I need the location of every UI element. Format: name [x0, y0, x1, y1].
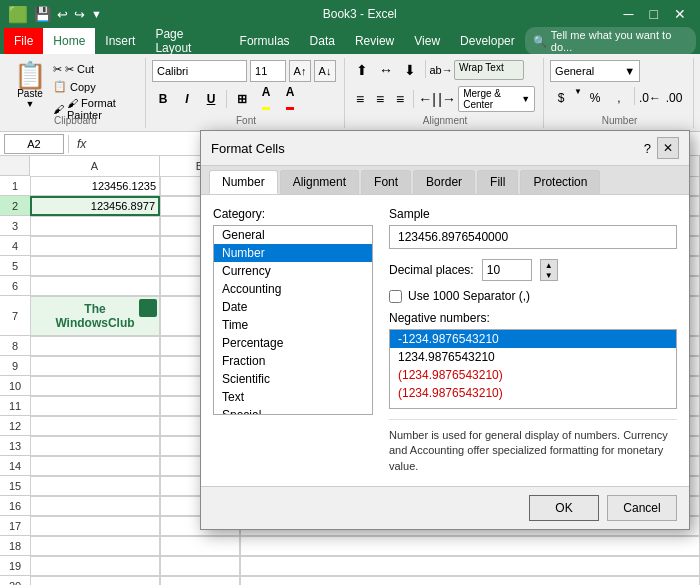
decrease-decimal-button[interactable]: .0← — [639, 87, 661, 109]
cell-a6[interactable] — [30, 276, 160, 296]
menu-data[interactable]: Data — [300, 28, 345, 54]
undo-icon[interactable]: ↩ — [57, 7, 68, 22]
neg-item-3[interactable]: (1234.9876543210) — [390, 384, 676, 402]
font-size-increase-button[interactable]: A↑ — [289, 60, 311, 82]
dollar-dropdown-icon[interactable]: ▼ — [574, 87, 582, 109]
row-header-14[interactable]: 14 — [0, 456, 30, 476]
font-size-decrease-button[interactable]: A↓ — [314, 60, 336, 82]
dialog-help-icon[interactable]: ? — [644, 141, 651, 156]
cat-general[interactable]: General — [214, 226, 372, 244]
ok-button[interactable]: OK — [529, 495, 599, 521]
cell-a18[interactable] — [30, 536, 160, 556]
cell-a15[interactable] — [30, 476, 160, 496]
row-header-5[interactable]: 5 — [0, 256, 30, 276]
customize-icon[interactable]: ▼ — [91, 8, 102, 20]
cat-scientific[interactable]: Scientific — [214, 370, 372, 388]
tab-font[interactable]: Font — [361, 170, 411, 194]
cell-a20[interactable] — [30, 576, 160, 585]
cat-time[interactable]: Time — [214, 316, 372, 334]
spin-up-button[interactable]: ▲ — [541, 260, 557, 270]
cell-a4[interactable] — [30, 236, 160, 256]
menu-page-layout[interactable]: Page Layout — [145, 28, 229, 54]
percent-button[interactable]: % — [584, 87, 606, 109]
cell-a12[interactable] — [30, 416, 160, 436]
cell-a10[interactable] — [30, 376, 160, 396]
cell-c18[interactable] — [240, 536, 700, 556]
borders-button[interactable]: ⊞ — [231, 88, 253, 110]
row-header-4[interactable]: 4 — [0, 236, 30, 256]
comma-button[interactable]: , — [608, 87, 630, 109]
row-header-13[interactable]: 13 — [0, 436, 30, 456]
decimal-spinner[interactable]: ▲ ▼ — [540, 259, 558, 281]
category-list[interactable]: General Number Currency Accounting Date … — [213, 225, 373, 415]
align-center-button[interactable]: ≡ — [371, 89, 389, 109]
cell-a2[interactable]: 123456.8977 — [30, 196, 160, 216]
cell-b19[interactable] — [160, 556, 240, 576]
merge-center-dropdown-icon[interactable]: ▼ — [521, 94, 530, 104]
redo-icon[interactable]: ↪ — [74, 7, 85, 22]
dollar-button[interactable]: $ — [550, 87, 572, 109]
row-header-8[interactable]: 8 — [0, 336, 30, 356]
neg-item-2[interactable]: (1234.9876543210) — [390, 366, 676, 384]
align-middle-button[interactable]: ↔ — [375, 60, 397, 80]
row-header-11[interactable]: 11 — [0, 396, 30, 416]
cell-reference-input[interactable] — [4, 134, 64, 154]
row-header-16[interactable]: 16 — [0, 496, 30, 516]
fill-color-button[interactable]: A — [255, 88, 277, 110]
negative-list[interactable]: -1234.9876543210 1234.9876543210 (1234.9… — [389, 329, 677, 409]
cat-number[interactable]: Number — [214, 244, 372, 262]
cat-accounting[interactable]: Accounting — [214, 280, 372, 298]
tab-protection[interactable]: Protection — [520, 170, 600, 194]
cat-percentage[interactable]: Percentage — [214, 334, 372, 352]
underline-button[interactable]: U — [200, 88, 222, 110]
cell-a1[interactable]: 123456.1235 — [30, 176, 160, 196]
save-icon[interactable]: 💾 — [34, 6, 51, 22]
menu-insert[interactable]: Insert — [95, 28, 145, 54]
tab-number[interactable]: Number — [209, 170, 278, 194]
cell-c20[interactable] — [240, 576, 700, 585]
row-header-6[interactable]: 6 — [0, 276, 30, 296]
merge-center-button[interactable]: Merge & Center ▼ — [458, 86, 535, 112]
tab-border[interactable]: Border — [413, 170, 475, 194]
cell-b20[interactable] — [160, 576, 240, 585]
menu-review[interactable]: Review — [345, 28, 404, 54]
menu-home[interactable]: Home — [43, 28, 95, 54]
menu-view[interactable]: View — [404, 28, 450, 54]
menu-file[interactable]: File — [4, 28, 43, 54]
cell-a3[interactable] — [30, 216, 160, 236]
cell-a16[interactable] — [30, 496, 160, 516]
number-format-dropdown[interactable]: General ▼ — [550, 60, 640, 82]
cat-date[interactable]: Date — [214, 298, 372, 316]
cat-text[interactable]: Text — [214, 388, 372, 406]
row-header-10[interactable]: 10 — [0, 376, 30, 396]
font-color-button[interactable]: A — [279, 88, 301, 110]
font-name-input[interactable] — [152, 60, 247, 82]
bold-button[interactable]: B — [152, 88, 174, 110]
cell-a9[interactable] — [30, 356, 160, 376]
tab-fill[interactable]: Fill — [477, 170, 518, 194]
row-header-1[interactable]: 1 — [0, 176, 30, 196]
paste-dropdown-icon[interactable]: ▼ — [26, 99, 35, 109]
row-header-18[interactable]: 18 — [0, 536, 30, 556]
decrease-indent-button[interactable]: ←| — [418, 89, 436, 109]
row-header-20[interactable]: 20 — [0, 576, 30, 585]
align-bottom-button[interactable]: ⬇ — [399, 60, 421, 80]
align-top-button[interactable]: ⬆ — [351, 60, 373, 80]
copy-button[interactable]: 📋 Copy — [50, 79, 137, 94]
separator-checkbox[interactable] — [389, 290, 402, 303]
minimize-button[interactable]: ─ — [618, 4, 640, 24]
cell-a17[interactable] — [30, 516, 160, 536]
cell-a5[interactable] — [30, 256, 160, 276]
align-right-button[interactable]: ≡ — [391, 89, 409, 109]
increase-indent-button[interactable]: |→ — [438, 89, 456, 109]
cat-special[interactable]: Special — [214, 406, 372, 415]
increase-decimal-button[interactable]: .00 — [663, 87, 685, 109]
align-left-button[interactable]: ≡ — [351, 89, 369, 109]
row-header-17[interactable]: 17 — [0, 516, 30, 536]
cancel-button[interactable]: Cancel — [607, 495, 677, 521]
neg-item-0[interactable]: -1234.9876543210 — [390, 330, 676, 348]
cell-a19[interactable] — [30, 556, 160, 576]
spin-down-button[interactable]: ▼ — [541, 270, 557, 280]
cut-button[interactable]: ✂ ✂ Cut — [50, 62, 137, 77]
dialog-close-button[interactable]: ✕ — [657, 137, 679, 159]
